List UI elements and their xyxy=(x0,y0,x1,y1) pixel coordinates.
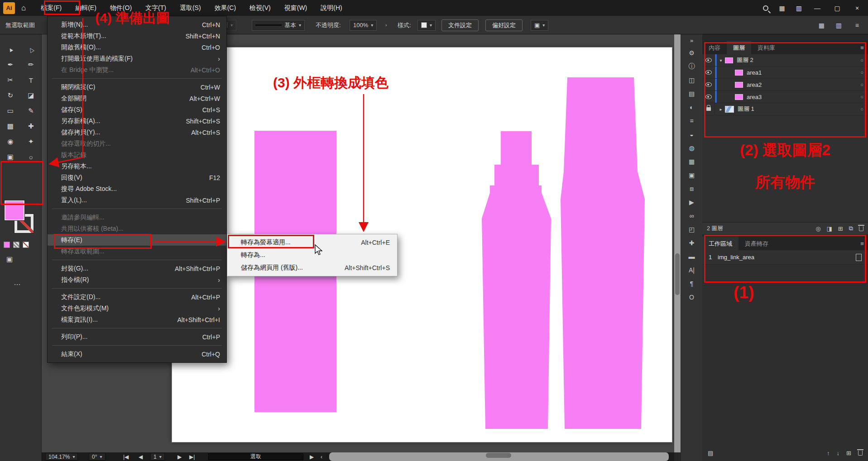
menubar-item-7[interactable]: 檢視(V) xyxy=(243,0,278,16)
layer-row-0[interactable]: ▾圖層 2○ xyxy=(702,54,868,67)
rectangle-tool[interactable]: ▭ xyxy=(3,103,18,119)
pencil-tool[interactable]: ✎ xyxy=(23,103,38,119)
layers-panel-menu-icon[interactable]: ≡ xyxy=(856,41,868,54)
menubar-item-3[interactable]: 物件(O) xyxy=(103,0,139,16)
file-menu-item-6[interactable]: 關閉檔案(C)Ctrl+W xyxy=(48,81,226,93)
visibility-cell[interactable] xyxy=(702,67,715,78)
file-menu-item-8[interactable]: 儲存(S)Ctrl+S xyxy=(48,104,226,115)
next-artboard-button[interactable]: ▶ xyxy=(177,452,182,461)
visibility-cell[interactable] xyxy=(702,79,715,90)
fill-color-swatch[interactable] xyxy=(5,200,24,220)
file-menu-item-2[interactable]: 開啟舊檔(O)...Ctrl+O xyxy=(48,42,226,53)
status-play-icon[interactable]: ▶ xyxy=(310,452,314,461)
layers-tab-1[interactable]: 內容 xyxy=(702,41,727,54)
gradient-mode-icon[interactable] xyxy=(13,242,19,248)
layout-view-icon[interactable]: ▥ xyxy=(836,16,842,34)
rotate-tool[interactable]: ↻ xyxy=(3,88,18,103)
search-icon[interactable] xyxy=(763,5,768,11)
visibility-cell[interactable] xyxy=(702,91,715,103)
properties-icon[interactable]: ⚙ xyxy=(685,46,699,60)
file-menu-item-10[interactable]: 儲存拷貝(Y)...Alt+Ctrl+S xyxy=(48,127,226,138)
actions-icon[interactable]: ▶ xyxy=(685,195,699,209)
draw-mode-icon[interactable]: ▣ xyxy=(6,255,13,263)
move-down-icon[interactable]: ↓ xyxy=(837,450,840,456)
file-menu-item-1[interactable]: 從範本新增(T)...Shift+Ctrl+N xyxy=(48,30,226,42)
horizontal-scrollbar-thumb[interactable] xyxy=(486,453,511,458)
pen-tool[interactable]: ✒ xyxy=(3,57,18,72)
move-up-icon[interactable]: ↑ xyxy=(827,450,830,456)
artboards-panel-menu-icon[interactable]: ≡ xyxy=(856,237,868,250)
first-artboard-button[interactable]: |◀ xyxy=(123,452,129,461)
layer-row-3[interactable]: area3○ xyxy=(702,91,868,103)
file-menu-item-9[interactable]: 另存新檔(A)...Shift+Ctrl+S xyxy=(48,115,226,127)
home-icon[interactable]: ⌂ xyxy=(21,4,26,13)
menubar-item-5[interactable]: 選取(S) xyxy=(173,0,208,16)
info-icon[interactable]: ⓘ xyxy=(685,60,699,73)
rotation-combo[interactable]: 0°▾ xyxy=(89,453,106,461)
type-tool[interactable]: T xyxy=(23,72,38,88)
file-menu-item-24[interactable]: 指令檔(R)› xyxy=(48,274,226,285)
file-menu-item-21[interactable]: 轉存選取範圍... xyxy=(48,246,226,257)
eyedropper-tool[interactable]: ✚ xyxy=(23,119,38,134)
curvature-tool[interactable]: ✏ xyxy=(23,57,38,72)
eye-icon[interactable] xyxy=(705,58,712,62)
layers-tab-2[interactable]: 圖層 xyxy=(727,41,751,54)
preferences-button[interactable]: 偏好設定 xyxy=(485,19,523,31)
swatches-icon[interactable]: ▦ xyxy=(685,155,699,168)
eraser-tool[interactable]: ◪ xyxy=(23,88,38,103)
illustrator-app-icon[interactable]: Ai xyxy=(3,2,15,14)
file-menu-item-26[interactable]: 文件設定(D)...Alt+Ctrl+P xyxy=(48,291,226,303)
bottle-right-shape[interactable] xyxy=(561,77,645,429)
artboard-row-0[interactable]: 1img_link_area xyxy=(702,250,868,265)
style-combo[interactable]: ▾ xyxy=(417,20,436,31)
horizontal-scrollbar[interactable] xyxy=(329,452,669,461)
file-menu-item-15[interactable]: 搜尋 Adobe Stock... xyxy=(48,183,226,195)
edit-toolbar-icon[interactable]: … xyxy=(14,279,22,287)
eye-icon[interactable] xyxy=(705,82,712,87)
arrange-documents-icon[interactable]: ▦ xyxy=(779,5,785,12)
transparency-icon[interactable]: ◒ xyxy=(685,128,699,141)
layer-row-2[interactable]: area2○ xyxy=(702,79,868,91)
export-submenu-item-0[interactable]: 轉存為螢幕適用...Alt+Ctrl+E xyxy=(227,236,397,249)
color-mode-icon[interactable] xyxy=(4,242,10,248)
character-icon[interactable]: A| xyxy=(685,263,699,277)
vertical-scrollbar-thumb[interactable] xyxy=(675,253,680,295)
bottle-left-shape[interactable] xyxy=(482,131,551,429)
panel-menu-icon[interactable]: ≡ xyxy=(855,16,859,34)
artboards-tab-1[interactable]: 工作區域 xyxy=(702,237,739,250)
gradient-tool[interactable]: ▩ xyxy=(3,119,18,134)
stroke-icon[interactable]: ≡ xyxy=(685,114,699,128)
file-menu-item-19[interactable]: 共用以供審核 (Beta)... xyxy=(48,223,226,234)
file-menu-item-16[interactable]: 置入(L)...Shift+Ctrl+P xyxy=(48,195,226,206)
graphic-styles-icon[interactable]: ▣ xyxy=(685,168,699,182)
target-circle-icon[interactable]: ○ xyxy=(860,70,863,75)
file-menu-item-30[interactable]: 列印(P)...Ctrl+P xyxy=(48,331,226,342)
artboards-icon[interactable]: ◰ xyxy=(685,223,699,236)
color-guide-icon[interactable]: ▬ xyxy=(685,250,699,263)
file-menu-item-28[interactable]: 檔案資訊(I)...Alt+Shift+Ctrl+I xyxy=(48,314,226,325)
menubar-item-6[interactable]: 效果(C) xyxy=(208,0,243,16)
target-circle-icon[interactable]: ○ xyxy=(860,82,863,87)
menubar-item-1[interactable]: 檔案(F) xyxy=(34,0,68,16)
file-menu-item-23[interactable]: 封裝(G)...Alt+Shift+Ctrl+P xyxy=(48,263,226,274)
scissors-tool[interactable]: ✂ xyxy=(3,72,18,88)
menubar-item-9[interactable]: 說明(H) xyxy=(314,0,349,16)
file-menu-item-20[interactable]: 轉存(E)› xyxy=(48,234,226,246)
layer-row-1[interactable]: area1○ xyxy=(702,67,868,79)
file-menu-item-3[interactable]: 打開最近使用過的檔案(F)› xyxy=(48,53,226,64)
file-menu-item-12[interactable]: 版本記錄 xyxy=(48,149,226,161)
menubar-item-4[interactable]: 文字(T) xyxy=(139,0,173,16)
artboard-icon[interactable] xyxy=(856,254,862,261)
chevron-down-icon[interactable]: ▾ xyxy=(717,58,725,63)
trash-icon[interactable] xyxy=(858,451,863,456)
restore-button[interactable]: ▢ xyxy=(833,5,842,12)
layer-row-4[interactable]: ▸圖層 1○ xyxy=(702,103,868,115)
menubar-item-8[interactable]: 視窗(W) xyxy=(278,0,314,16)
none-mode-icon[interactable] xyxy=(23,242,29,248)
lock-icon[interactable] xyxy=(706,107,711,111)
links-icon[interactable]: ∞ xyxy=(685,209,699,223)
visibility-cell[interactable] xyxy=(702,54,715,66)
file-menu-item-4[interactable]: 在 Bridge 中瀏覽...Alt+Ctrl+O xyxy=(48,64,226,76)
file-menu-item-18[interactable]: 邀請參與編輯... xyxy=(48,212,226,223)
menubar-item-2[interactable]: 編輯(E) xyxy=(68,0,103,16)
